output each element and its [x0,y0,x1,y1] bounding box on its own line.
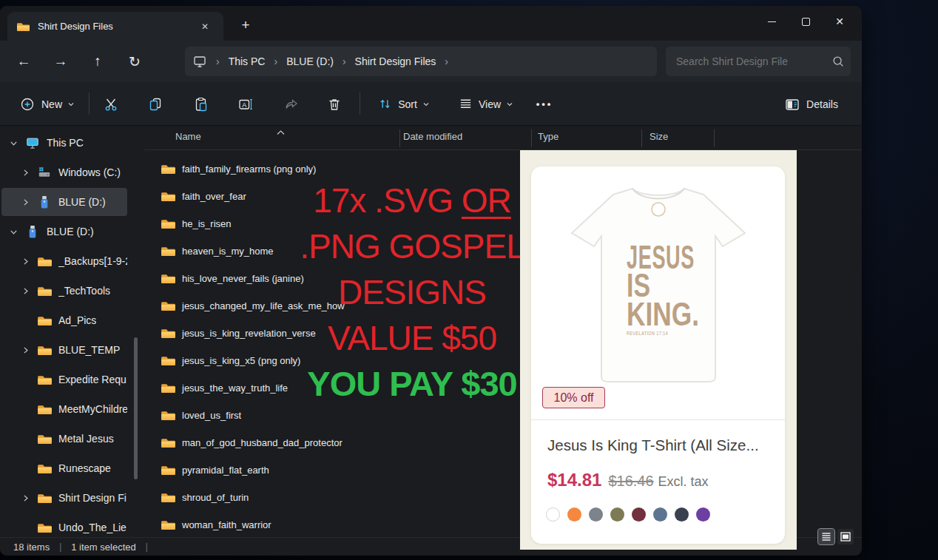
chevron-right-icon[interactable] [19,168,31,178]
sidebar-item-expedite-requ[interactable]: Expedite Requ [1,365,127,394]
table-row[interactable]: loved_us_first [144,402,518,429]
table-row[interactable]: man_of_god_husband_dad_protector [144,429,518,456]
breadcrumb-segment[interactable]: This PC [229,55,266,67]
sort-arrows-icon [378,97,392,111]
color-swatch[interactable] [675,507,689,522]
sort-button[interactable]: Sort [370,90,438,118]
chevron-right-icon[interactable] [19,257,31,266]
folder-icon [37,374,52,385]
table-row[interactable]: pyramidal_flat_earth [144,456,518,484]
cut-button[interactable] [97,90,125,118]
folder-icon [161,246,176,257]
sidebar-item-ad-pics[interactable]: Ad_Pics [1,306,127,334]
breadcrumb-chevron-icon: › [445,55,448,67]
table-row[interactable]: jesus_the_way_truth_life [144,374,518,402]
sort-button-label: Sort [398,98,417,110]
table-row[interactable]: jesus_is_king_revelation_verse [144,320,518,347]
color-swatch[interactable] [696,507,710,522]
chevron-right-icon[interactable] [19,286,31,296]
tab-close-icon[interactable]: ✕ [197,18,213,35]
column-header-size[interactable]: Size [649,131,668,142]
more-options-button[interactable]: ••• [530,90,559,118]
scissors-icon [104,97,118,112]
new-tab-button[interactable]: + [235,15,256,36]
up-button[interactable]: ↑ [83,48,112,75]
column-header-date-modified[interactable]: Date modified [403,131,462,142]
sidebar-item-blue-temp[interactable]: BLUE_TEMP [1,336,127,364]
table-row[interactable]: shroud_of_turin [144,484,518,511]
search-box[interactable] [666,47,851,76]
color-swatch[interactable] [653,507,667,522]
old-price: $16.46 [608,473,653,490]
color-swatch[interactable] [589,507,603,522]
sidebar-item-shirt-design-fi[interactable]: Shirt Design Fi [1,484,127,512]
close-button[interactable]: ✕ [823,9,857,34]
refresh-button[interactable]: ↻ [120,48,149,75]
shirt-verse-text: REVELATION 17:14 [627,330,668,337]
sidebar-item-label: Runescape [58,462,111,474]
chevron-right-icon[interactable] [19,345,31,355]
color-swatch[interactable] [632,507,646,522]
color-swatches [546,507,718,522]
chevron-down-icon[interactable] [7,138,19,148]
column-header-type[interactable]: Type [538,131,559,142]
file-name: jesus_is_king_x5 (png only) [182,355,300,366]
color-swatch[interactable] [567,507,581,522]
details-pane-button[interactable]: Details [776,90,847,118]
sidebar-scrollbar[interactable] [134,337,138,479]
sidebar-item-windows-c-[interactable]: Windows (C:) [1,158,127,186]
view-button[interactable]: View [451,90,521,118]
breadcrumb[interactable]: ›This PC›BLUE (D:)›Shirt Design Files› [185,47,657,76]
sidebar-item--techtools[interactable]: _TechTools [1,277,127,305]
folder-icon [37,493,52,504]
copy-button[interactable] [141,90,169,118]
sidebar-item-label: Expedite Requ [58,374,126,385]
table-row[interactable]: woman_faith_warrior [144,511,518,539]
forward-button[interactable]: → [46,48,75,75]
usb-icon [37,195,52,209]
sidebar-item-metal-jesus[interactable]: Metal Jesus [1,425,127,453]
folder-icon [37,286,52,297]
table-row[interactable]: jesus_is_king_x5 (png only) [144,347,518,374]
color-swatch[interactable] [546,507,560,522]
share-button[interactable] [277,90,306,118]
product-card[interactable]: JESUS IS KING. REVELATION 17:14 10% off … [531,166,785,544]
file-name: man_of_god_husband_dad_protector [182,437,343,448]
table-row[interactable]: jesus_changed_my_life_ask_me_how [144,292,518,320]
sidebar-item-blue-d-[interactable]: BLUE (D:) [1,188,127,216]
sidebar-item--backups-1-9-2[interactable]: _Backups[1-9-2 [1,247,127,275]
chevron-right-icon[interactable] [19,493,31,503]
product-title[interactable]: Jesus Is King T-Shirt (All Size... [547,436,773,454]
delete-button[interactable] [320,90,348,118]
breadcrumb-segment[interactable]: BLUE (D:) [286,55,334,67]
table-row[interactable]: his_love_never_fails (janine) [144,265,518,292]
sidebar-item-label: BLUE_TEMP [58,344,120,356]
breadcrumb-segment[interactable]: Shirt Design Files [355,55,436,67]
column-header-name[interactable]: Name [175,131,201,142]
chevron-down-icon[interactable] [7,227,19,237]
table-row[interactable]: heaven_is_my_home [144,237,518,265]
rename-button[interactable]: A [232,90,260,118]
sidebar-item-runescape[interactable]: Runescape [1,454,127,482]
search-input[interactable] [666,55,826,67]
minimize-button[interactable] [755,9,789,34]
paste-button[interactable] [187,90,215,118]
table-row[interactable]: he_is_risen [144,210,518,237]
explorer-tab[interactable]: Shirt Design Files ✕ [7,12,223,41]
color-swatch[interactable] [610,507,624,522]
folder-icon [161,300,176,311]
sidebar-item-meetmychildre[interactable]: MeetMyChildre [1,395,127,423]
table-row[interactable]: faith_family_firearms (png only) [144,155,518,183]
back-button[interactable]: ← [9,48,38,75]
tax-note: Excl. tax [658,474,709,490]
sidebar-item-blue-d-[interactable]: BLUE (D:) [1,217,127,246]
details-view-toggle[interactable] [818,529,834,544]
file-name: faith_over_fear [182,191,246,202]
folder-icon [37,345,52,356]
maximize-button[interactable] [789,9,823,34]
new-button[interactable]: New [10,90,84,118]
thumbnail-view-toggle[interactable] [837,529,854,544]
sidebar-item-this-pc[interactable]: This PC [1,129,127,157]
table-row[interactable]: faith_over_fear [144,183,518,210]
chevron-right-icon[interactable] [19,198,31,207]
